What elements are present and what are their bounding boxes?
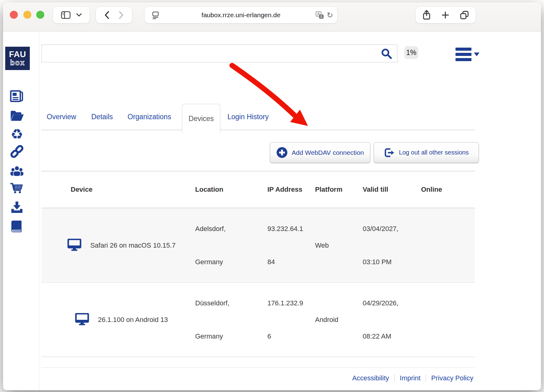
- privacy-policy-link[interactable]: Privacy Policy: [431, 374, 473, 382]
- column-ip-address: IP Address: [267, 186, 315, 194]
- menu-caret-icon: [474, 53, 479, 56]
- page-zoom-badge[interactable]: 1%: [404, 46, 418, 59]
- search-box: [41, 45, 397, 62]
- share-icon[interactable]: [422, 10, 431, 20]
- tab-login-history[interactable]: Login History: [227, 113, 269, 121]
- browser-sidebar-toggle[interactable]: [53, 7, 90, 23]
- tabs-divider: [41, 130, 475, 130]
- online-cell: [421, 208, 475, 282]
- minimize-window-button[interactable]: [23, 11, 31, 19]
- website-settings-icon[interactable]: [152, 11, 159, 19]
- table-row: 26.1.100 on Android 13 Düsseldorf, Germa…: [41, 283, 475, 357]
- download-icon[interactable]: [10, 200, 24, 214]
- device-table-header: Device Location IP Address Platform Vali…: [41, 171, 475, 208]
- ip-cell: 93.232.64.1 84: [267, 208, 315, 282]
- book-icon[interactable]: [10, 219, 24, 233]
- monitor-icon: [67, 239, 81, 252]
- faubox-sidebar: FAU box ♻: [3, 32, 39, 390]
- tab-overview-icon[interactable]: [460, 10, 469, 20]
- location-cell: Düsseldorf, Germany: [195, 283, 267, 357]
- forward-button[interactable]: [119, 11, 124, 19]
- footer-divider: [41, 367, 475, 368]
- tab-overview[interactable]: Overview: [47, 113, 76, 121]
- tab-organizations[interactable]: Organizations: [128, 113, 171, 121]
- valid-till-cell: 03/04/2027, 03:10 PM: [363, 208, 421, 282]
- ip-cell: 176.1.232.9 6: [267, 283, 315, 357]
- column-online: Online: [421, 186, 475, 194]
- plus-circle-icon: [276, 147, 288, 158]
- search-icon[interactable]: [381, 48, 392, 59]
- imprint-link[interactable]: Imprint: [400, 374, 420, 382]
- platform-cell: Web: [315, 208, 363, 282]
- zoom-window-button[interactable]: [36, 11, 44, 19]
- tab-devices[interactable]: Devices: [182, 104, 220, 133]
- new-tab-icon[interactable]: [441, 11, 449, 19]
- platform-cell: Android: [315, 283, 363, 357]
- news-icon[interactable]: [10, 89, 24, 103]
- sidebar-panel-icon: [61, 11, 71, 19]
- valid-till-cell: 04/29/2026, 08:22 AM: [363, 283, 421, 357]
- recycle-icon[interactable]: ♻: [10, 127, 24, 141]
- reload-icon[interactable]: ↻: [327, 11, 333, 20]
- accessibility-link[interactable]: Accessibility: [352, 374, 389, 382]
- address-bar[interactable]: faubox.rrze.uni-erlangen.de A 文 ↻: [144, 7, 337, 23]
- users-group-icon[interactable]: [10, 164, 24, 178]
- desktop-background: faubox.rrze.uni-erlangen.de A 文 ↻: [0, 0, 544, 392]
- safari-window: faubox.rrze.uni-erlangen.de A 文 ↻: [3, 2, 541, 390]
- menu-button[interactable]: [455, 48, 479, 62]
- monitor-icon: [75, 313, 89, 327]
- toolbar-action-buttons: [416, 7, 476, 23]
- table-row: Safari 26 on macOS 10.15.7 Adelsdorf, Ge…: [41, 208, 475, 283]
- browser-titlebar: faubox.rrze.uni-erlangen.de A 文 ↻: [3, 2, 541, 32]
- back-button[interactable]: [104, 11, 109, 19]
- search-input[interactable]: [42, 45, 397, 62]
- logout-icon: [384, 147, 395, 158]
- column-valid-till: Valid till: [363, 186, 421, 194]
- device-name: Safari 26 on macOS 10.15.7: [90, 241, 176, 249]
- location-cell: Adelsdorf, Germany: [195, 208, 267, 282]
- logout-all-sessions-button[interactable]: Log out all other sessions: [374, 142, 479, 163]
- navigation-buttons: [96, 7, 132, 23]
- shopping-cart-icon[interactable]: [10, 181, 24, 195]
- column-platform: Platform: [315, 186, 363, 194]
- online-cell: [421, 283, 475, 357]
- tab-details[interactable]: Details: [91, 113, 113, 121]
- column-device: Device: [41, 186, 195, 194]
- link-icon[interactable]: [10, 144, 24, 159]
- close-window-button[interactable]: [10, 11, 18, 19]
- device-name: 26.1.100 on Android 13: [98, 316, 168, 324]
- add-webdav-connection-button[interactable]: Add WebDAV connection: [270, 142, 370, 163]
- folder-icon[interactable]: [10, 109, 24, 123]
- chevron-down-icon: [76, 13, 82, 17]
- footer-links: Accessibility Imprint Privacy Policy: [352, 373, 473, 383]
- url-text: faubox.rrze.uni-erlangen.de: [202, 11, 281, 19]
- faubox-logo[interactable]: FAU box: [5, 47, 30, 70]
- column-location: Location: [195, 186, 267, 194]
- translate-icon[interactable]: A 文: [316, 11, 324, 19]
